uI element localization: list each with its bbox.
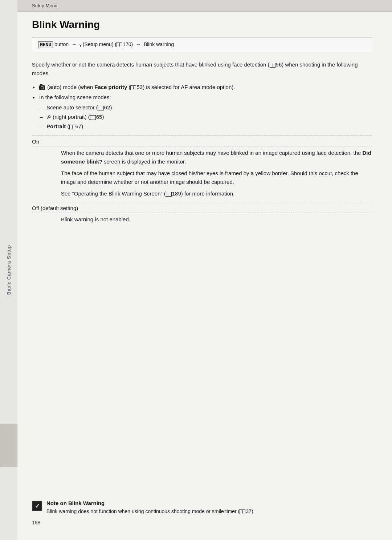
section-off-text: Off (default setting) (32, 205, 78, 211)
sidebar-label: Basic Camera Setup (6, 245, 12, 295)
on-para3: See “Operating the Blink Warning Screen”… (61, 189, 372, 198)
sub1-close: ) (110, 104, 112, 110)
section-on-text: On (32, 138, 39, 145)
note-content: Note on Blink Warning Blink warning does… (46, 500, 254, 515)
sidebar: Basic Camera Setup (0, 0, 17, 540)
page-footer: ✓ Note on Blink Warning Blink warning do… (17, 500, 392, 525)
note-title: Note on Blink Warning (46, 500, 254, 506)
bullet1-bold: Face priority (94, 84, 127, 90)
sub2-before: (night portrait) ( (53, 114, 90, 120)
on-para2: The face of the human subject that may h… (61, 169, 372, 186)
sub2-page: 65 (96, 114, 102, 120)
note-text-after: ). (252, 508, 255, 514)
note-text-before: Blink warning does not function when usi… (46, 508, 240, 514)
book-icon-s2 (90, 115, 96, 120)
book-icon-s3 (69, 125, 75, 129)
main-content: Setup Menu Blink Warning MENU button → ᵧ… (17, 0, 392, 540)
section-on-label: On (32, 135, 372, 146)
portrait-moon-icon: ☭ (46, 114, 51, 120)
book-icon-note (240, 509, 245, 514)
menu-button-label: button (54, 41, 69, 47)
book-icon-menu (117, 43, 122, 47)
section-on-content: When the camera detects that one or more… (32, 149, 372, 198)
on-p1-before: When the camera detects that one or more… (61, 150, 362, 156)
arrow1: → (72, 41, 77, 47)
bullet-item-1: (auto) mode (when Face priority (53) is … (39, 83, 372, 92)
intro-paragraph: Specify whether or not the camera detect… (32, 60, 372, 78)
on-para1: When the camera detects that one or more… (61, 149, 372, 166)
checkmark-icon: ✓ (35, 503, 40, 509)
sub-item-2: ☭ (night portrait) (65) (46, 113, 372, 121)
bullet-list: (auto) mode (when Face priority (53) is … (32, 83, 372, 131)
intro-text: Specify whether or not the camera detect… (32, 61, 270, 68)
on-p3-page: 189 (172, 190, 181, 197)
bullet2-text: In the following scene modes: (39, 94, 111, 100)
sub1-before: Scene auto selector ( (46, 104, 98, 110)
intro-page: 56 (276, 61, 282, 68)
bullet1-ref: ( (127, 84, 130, 90)
setup-icon: ᵧ (79, 41, 81, 47)
book-icon-on3 (166, 192, 172, 197)
book-icon-s1 (98, 106, 104, 110)
book-icon-intro (270, 63, 275, 68)
book-icon-b1 (130, 85, 136, 90)
setup-page: 170 (123, 41, 131, 47)
sub-item-3: Portrait (67) (46, 122, 372, 131)
sidebar-tab (0, 424, 17, 467)
sub2-close: ) (102, 114, 104, 120)
sub-item-1: Scene auto selector (62) (46, 103, 372, 112)
page-container: Basic Camera Setup Setup Menu Blink Warn… (0, 0, 392, 540)
header-label: Setup Menu (32, 3, 57, 8)
on-p3-before: See “Operating the Blink Warning Screen”… (61, 190, 166, 197)
arrow2: → (136, 41, 141, 47)
menu-key: MENU (38, 41, 53, 48)
section-off-label: Off (default setting) (32, 202, 372, 213)
note-text: Blink warning does not function when usi… (46, 508, 254, 515)
note-icon: ✓ (32, 501, 42, 511)
sub3-before: ( (66, 123, 69, 129)
off-text: Blink warning is not enabled. (61, 215, 372, 224)
note-box: ✓ Note on Blink Warning Blink warning do… (32, 500, 372, 515)
sub3-page: 67 (75, 123, 82, 129)
section-off-content: Blink warning is not enabled. (32, 215, 372, 224)
bullet1-before: (auto) mode (when (47, 84, 94, 90)
sub3-close: ) (81, 123, 83, 129)
menu-path-box: MENU button → ᵧ (Setup menu) (170) → Bli… (32, 37, 372, 52)
destination: Blink warning (144, 41, 174, 47)
sub3-bold: Portrait (46, 123, 66, 129)
on-p3-after: ) for more information. (181, 190, 235, 197)
note-page: 37 (246, 508, 252, 514)
bullet-item-2: In the following scene modes: Scene auto… (39, 93, 372, 131)
header-strip: Setup Menu (17, 0, 392, 12)
sub1-page: 62 (104, 104, 110, 110)
setup-text: (Setup menu) ( (83, 41, 117, 47)
sub-list: Scene auto selector (62) ☭ (night portra… (39, 103, 372, 131)
page-title: Blink Warning (32, 19, 372, 31)
camera-icon (39, 85, 45, 90)
bullet1-close: ) is selected for AF area mode option). (143, 84, 235, 90)
bullet1-page: 53 (136, 84, 143, 90)
page-number: 188 (32, 520, 372, 525)
on-p1-after: screen is displayed in the monitor. (102, 158, 186, 165)
